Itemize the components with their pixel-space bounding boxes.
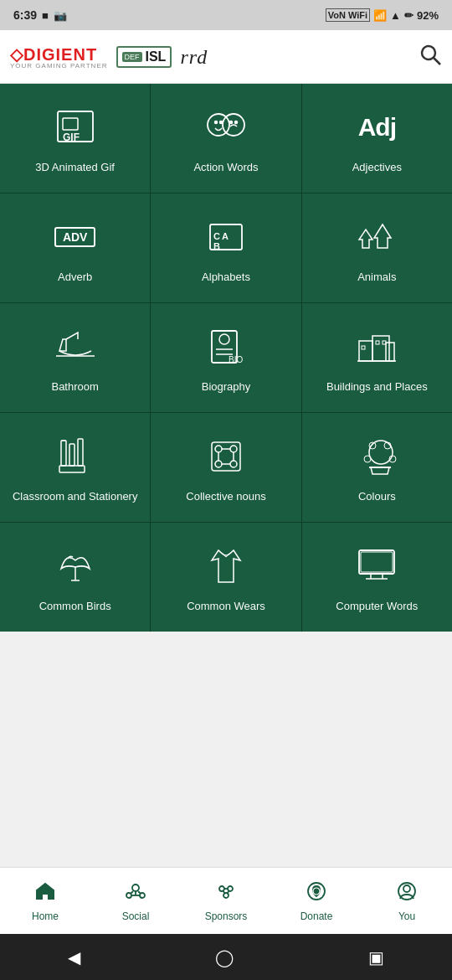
isl-text: ISL bbox=[146, 49, 167, 64]
biography-icon: BIO bbox=[201, 322, 251, 372]
svg-point-36 bbox=[215, 461, 222, 467]
home-button[interactable]: ◯ bbox=[215, 947, 234, 967]
birds-icon bbox=[50, 541, 100, 591]
svg-rect-29 bbox=[69, 444, 74, 466]
svg-line-62 bbox=[138, 891, 141, 894]
svg-text:BIO: BIO bbox=[229, 355, 243, 364]
sponsors-label: Sponsors bbox=[205, 910, 248, 922]
grid-label: Adjectives bbox=[352, 161, 402, 175]
recents-button[interactable]: ▣ bbox=[368, 947, 384, 967]
svg-point-56 bbox=[132, 885, 139, 891]
social-label: Social bbox=[122, 910, 150, 922]
grid-label: Biography bbox=[202, 380, 251, 395]
battery-display: 92% bbox=[417, 9, 439, 22]
def-badge: DEF bbox=[122, 52, 142, 62]
nav-you[interactable]: You bbox=[362, 880, 452, 922]
search-button[interactable] bbox=[419, 43, 442, 71]
you-label: You bbox=[398, 910, 415, 922]
nav-social[interactable]: Social bbox=[90, 880, 181, 922]
svg-text:A: A bbox=[222, 231, 229, 241]
colours-icon bbox=[352, 431, 402, 482]
grid-item-3d-animated-gif[interactable]: GIF 3D Animated Gif bbox=[0, 84, 150, 193]
svg-text:GIF: GIF bbox=[63, 132, 80, 143]
status-right: VoN WiFi 📶 ▲ ✏ 92% bbox=[326, 8, 439, 22]
grid-item-classroom-stationery[interactable]: Classroom and Stationery bbox=[0, 413, 150, 522]
back-button[interactable]: ◀ bbox=[68, 947, 80, 967]
grid-item-common-birds[interactable]: Common Birds bbox=[0, 523, 150, 632]
svg-rect-51 bbox=[361, 552, 393, 572]
app-header: ◇DIGIENT YOUR GAMING PARTNER DEF ISL rrd bbox=[0, 30, 452, 84]
vonwifi-icon: VoN WiFi bbox=[326, 8, 370, 22]
masks-icon bbox=[201, 102, 251, 152]
grid-item-common-wears[interactable]: Common Wears bbox=[151, 523, 300, 632]
svg-line-67 bbox=[223, 890, 225, 894]
svg-line-48 bbox=[218, 550, 226, 557]
home-icon bbox=[34, 880, 56, 907]
digient-logo: ◇DIGIENT YOUR GAMING PARTNER bbox=[10, 44, 108, 70]
grid-item-bathroom[interactable]: Bathroom bbox=[0, 303, 150, 412]
svg-rect-31 bbox=[59, 466, 85, 472]
category-grid: GIF 3D Animated Gif Action Words bbox=[0, 84, 452, 632]
donate-icon bbox=[306, 880, 327, 907]
signal-icon: ▲ bbox=[390, 9, 401, 22]
grid-item-adverb[interactable]: ADV Adverb bbox=[0, 193, 150, 302]
svg-point-10 bbox=[234, 121, 237, 123]
svg-point-35 bbox=[230, 446, 237, 452]
svg-line-1 bbox=[434, 58, 440, 64]
computer-icon bbox=[352, 541, 402, 591]
svg-point-46 bbox=[364, 456, 371, 462]
grid-item-action-words[interactable]: Action Words bbox=[151, 84, 300, 193]
system-nav-bar: ◀ ◯ ▣ bbox=[0, 934, 452, 980]
sponsors-icon bbox=[215, 880, 237, 907]
nav-donate[interactable]: Donate bbox=[271, 880, 362, 922]
svg-point-9 bbox=[229, 121, 232, 123]
grid-label: Adverb bbox=[58, 271, 92, 285]
grid-item-biography[interactable]: BIO Biography bbox=[151, 303, 300, 412]
svg-rect-25 bbox=[362, 346, 365, 349]
svg-point-17 bbox=[219, 334, 229, 344]
svg-point-8 bbox=[219, 121, 222, 123]
grid-label: Common Birds bbox=[39, 600, 111, 614]
main-content: GIF 3D Animated Gif Action Words bbox=[0, 84, 452, 867]
rrd-logo: rrd bbox=[180, 45, 208, 69]
svg-point-34 bbox=[215, 446, 222, 452]
adv-icon: ADV bbox=[50, 212, 100, 262]
isl-logo: DEF ISL bbox=[116, 46, 172, 68]
grid-item-colours[interactable]: Colours bbox=[302, 413, 452, 522]
svg-point-37 bbox=[230, 461, 237, 467]
svg-rect-21 bbox=[359, 341, 372, 361]
wears-icon bbox=[201, 541, 251, 591]
social-icon bbox=[125, 880, 146, 907]
grid-item-buildings-places[interactable]: Buildings and Places bbox=[302, 303, 452, 412]
gif-icon: GIF bbox=[50, 102, 100, 152]
wifi-icon: 📶 bbox=[373, 9, 387, 22]
adj-icon: Adj bbox=[352, 102, 402, 152]
buildings-icon bbox=[352, 322, 402, 372]
grid-item-animals[interactable]: Animals bbox=[302, 193, 452, 302]
classroom-icon bbox=[50, 431, 100, 482]
time-display: 6:39 bbox=[13, 8, 37, 22]
grid-label: Buildings and Places bbox=[326, 380, 428, 395]
collective-icon bbox=[201, 431, 251, 482]
svg-point-7 bbox=[214, 121, 217, 123]
bottom-navigation: Home Social S bbox=[0, 867, 452, 934]
home-label: Home bbox=[32, 910, 59, 922]
digient-sub: YOUR GAMING PARTNER bbox=[10, 62, 108, 70]
bathroom-icon bbox=[50, 322, 100, 372]
grid-item-computer-words[interactable]: Computer Words bbox=[302, 523, 452, 632]
grid-item-collective-nouns[interactable]: Collective nouns bbox=[151, 413, 300, 522]
nav-sponsors[interactable]: Sponsors bbox=[181, 880, 271, 922]
grid-label: Classroom and Stationery bbox=[13, 490, 138, 504]
grid-label: Action Words bbox=[193, 161, 258, 175]
svg-rect-3 bbox=[63, 118, 78, 130]
grid-item-adjectives[interactable]: Adj Adjectives bbox=[302, 84, 452, 193]
svg-line-68 bbox=[227, 890, 229, 894]
nav-home[interactable]: Home bbox=[0, 880, 90, 922]
status-bar: 6:39 ■ 📷 VoN WiFi 📶 ▲ ✏ 92% bbox=[0, 0, 452, 30]
svg-rect-26 bbox=[376, 341, 379, 344]
grid-label: Alphabets bbox=[202, 271, 250, 285]
donate-label: Donate bbox=[300, 910, 333, 922]
svg-line-61 bbox=[131, 891, 133, 894]
svg-point-42 bbox=[369, 441, 393, 464]
grid-item-alphabets[interactable]: C A B Alphabets bbox=[151, 193, 300, 302]
